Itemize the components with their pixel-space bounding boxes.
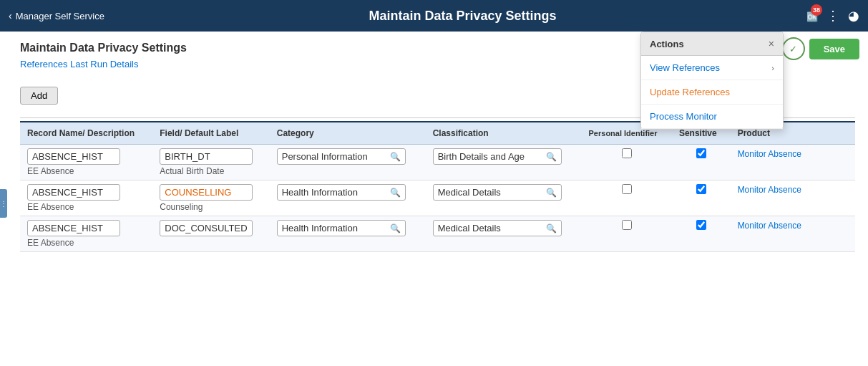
field-name-input-3[interactable]: DOC_CONSULTED: [160, 220, 253, 236]
actions-header: Actions ×: [641, 32, 783, 56]
classification-input-2[interactable]: Medical Details 🔍: [433, 184, 562, 201]
save-button[interactable]: Save: [809, 39, 859, 59]
category-input-1[interactable]: Personal Information 🔍: [277, 148, 406, 165]
actions-item-update-references[interactable]: Update References: [641, 80, 783, 105]
col-header-category: Category: [270, 122, 426, 145]
actions-item-view-references[interactable]: View References ›: [641, 56, 783, 80]
cell-record-1: ABSENCE_HIST EE Absence: [20, 145, 152, 180]
category-search-icon-1[interactable]: 🔍: [390, 152, 401, 162]
record-desc-2: EE Absence: [27, 202, 145, 212]
cell-record-3: ABSENCE_HIST EE Absence: [20, 216, 152, 252]
category-search-icon-3[interactable]: 🔍: [390, 223, 401, 233]
notifications-icon[interactable]: 🆗 38: [806, 9, 818, 24]
drag-handle[interactable]: ⋮: [0, 189, 7, 218]
field-name-input-1[interactable]: BIRTH_DT: [160, 148, 253, 165]
back-arrow-icon: ‹: [9, 10, 12, 21]
cell-product-3: Monitor Absence: [731, 216, 832, 252]
cell-field-2: COUNSELLING Counseling: [152, 180, 269, 216]
category-input-2[interactable]: Health Information 🔍: [277, 184, 406, 201]
page-content-area: ⋮ Maintain Data Privacy Settings Referen…: [0, 32, 868, 366]
cell-sensitive-1: [672, 145, 731, 180]
personal-id-checkbox-1[interactable]: [622, 148, 632, 158]
product-link-1[interactable]: Monitor Absence: [738, 149, 801, 159]
cell-sensitive-2: [672, 180, 731, 216]
cell-product-2: Monitor Absence: [731, 180, 832, 216]
cell-personal-id-2: [582, 180, 672, 216]
classification-search-icon-2[interactable]: 🔍: [546, 188, 557, 198]
col-header-classification: Classification: [426, 122, 582, 145]
cell-extra-2: [832, 180, 855, 216]
actions-dropdown: Actions × View References › Update Refer…: [640, 32, 784, 130]
actions-item-process-monitor[interactable]: Process Monitor: [641, 105, 783, 129]
category-input-3[interactable]: Health Information 🔍: [277, 220, 406, 236]
actions-close-button[interactable]: ×: [769, 38, 774, 49]
actions-item-label-2: Process Monitor: [650, 111, 717, 122]
references-link[interactable]: References Last Run Details: [20, 59, 138, 69]
cell-extra-3: [832, 216, 855, 252]
field-name-input-2[interactable]: COUNSELLING: [160, 184, 253, 201]
cell-classification-3: Medical Details 🔍: [426, 216, 582, 252]
cell-field-3: DOC_CONSULTED: [152, 216, 269, 252]
col-header-record: Record Name/ Description: [20, 122, 152, 145]
sensitive-checkbox-1[interactable]: [696, 148, 706, 158]
record-name-input-3[interactable]: ABSENCE_HIST: [27, 220, 120, 236]
record-desc-3: EE Absence: [27, 238, 145, 248]
cell-personal-id-1: [582, 145, 672, 180]
add-button[interactable]: Add: [20, 87, 58, 105]
cell-record-2: ABSENCE_HIST EE Absence: [20, 180, 152, 216]
cell-sensitive-3: [672, 216, 731, 252]
actions-title: Actions: [650, 39, 684, 49]
classification-input-1[interactable]: Birth Details and Age 🔍: [433, 148, 562, 165]
actions-item-label-0: View References: [650, 62, 720, 73]
more-options-icon[interactable]: ⋮: [826, 8, 839, 24]
nav-icons-group: 🆗 38 ⋮ ◕: [806, 8, 859, 24]
back-nav-label: Manager Self Service: [16, 11, 104, 21]
cell-classification-2: Medical Details 🔍: [426, 180, 582, 216]
check-circle-button[interactable]: ✓: [782, 37, 805, 60]
table-row: ABSENCE_HIST EE Absence DOC_CONSULTED: [20, 216, 855, 252]
classification-input-3[interactable]: Medical Details 🔍: [433, 220, 562, 236]
record-desc-1: EE Absence: [27, 166, 145, 176]
table-container: Record Name/ Description Field/ Default …: [20, 118, 855, 252]
product-link-2[interactable]: Monitor Absence: [738, 185, 801, 195]
cell-category-3: Health Information 🔍: [270, 216, 426, 252]
chevron-right-icon-0: ›: [771, 64, 774, 72]
actions-item-label-1: Update References: [650, 87, 730, 97]
notification-badge: 38: [811, 4, 822, 16]
classification-search-icon-1[interactable]: 🔍: [546, 152, 557, 162]
sensitive-checkbox-2[interactable]: [696, 184, 706, 194]
page-nav-title: Maintain Data Privacy Settings: [119, 9, 806, 24]
cell-category-1: Personal Information 🔍: [270, 145, 426, 180]
record-name-input-2[interactable]: ABSENCE_HIST: [27, 184, 120, 201]
field-desc-2: Counseling: [160, 202, 262, 212]
cell-category-2: Health Information 🔍: [270, 180, 426, 216]
personal-id-checkbox-3[interactable]: [622, 220, 632, 230]
table-row: ABSENCE_HIST EE Absence BIRTH_DT Actual …: [20, 145, 855, 180]
classification-search-icon-3[interactable]: 🔍: [546, 223, 557, 233]
data-table: Record Name/ Description Field/ Default …: [20, 121, 855, 252]
sensitive-checkbox-3[interactable]: [696, 220, 706, 230]
personal-id-checkbox-2[interactable]: [622, 184, 632, 194]
cell-product-1: Monitor Absence: [731, 145, 832, 180]
home-icon[interactable]: ◕: [848, 8, 859, 24]
table-body: ABSENCE_HIST EE Absence BIRTH_DT Actual …: [20, 145, 855, 252]
cell-personal-id-3: [582, 216, 672, 252]
col-header-field: Field/ Default Label: [152, 122, 269, 145]
table-row: ABSENCE_HIST EE Absence COUNSELLING Coun…: [20, 180, 855, 216]
cell-extra-1: [832, 145, 855, 180]
record-name-input-1[interactable]: ABSENCE_HIST: [27, 148, 120, 165]
cell-classification-1: Birth Details and Age 🔍: [426, 145, 582, 180]
top-nav-bar: ‹ Manager Self Service Maintain Data Pri…: [0, 0, 868, 32]
field-desc-1: Actual Birth Date: [160, 166, 262, 176]
category-search-icon-2[interactable]: 🔍: [390, 188, 401, 198]
back-nav-button[interactable]: ‹ Manager Self Service: [9, 10, 104, 21]
col-header-extra: [832, 122, 855, 145]
cell-field-1: BIRTH_DT Actual Birth Date: [152, 145, 269, 180]
product-link-3[interactable]: Monitor Absence: [738, 221, 801, 231]
